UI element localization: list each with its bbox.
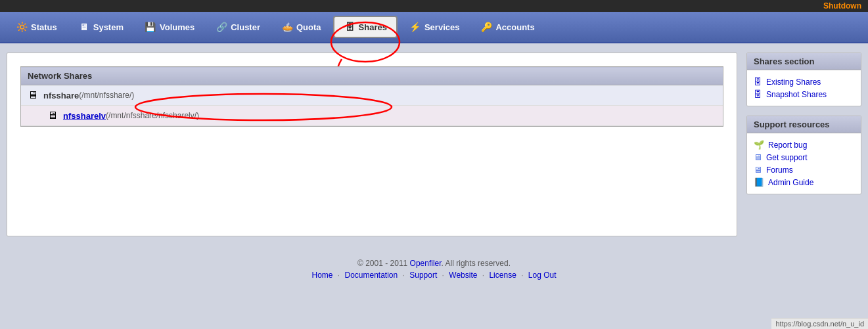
support-section-body: 🌱Report bug🖥Get support🖥Forums📘Admin Gui… xyxy=(747,133,861,194)
sidebar-link-existing-shares[interactable]: 🗄Existing Shares xyxy=(754,76,854,88)
footer-separator: · xyxy=(480,271,486,280)
content-area: Network Shares 🖥nfsshare (/mnt/nfsshare/… xyxy=(7,53,737,236)
network-shares-header: Network Shares xyxy=(21,67,723,85)
services-nav-label: Services xyxy=(424,22,460,32)
nfsshare-icon: 🖥 xyxy=(28,89,38,101)
footer-link-home[interactable]: Home xyxy=(311,271,332,280)
system-nav-icon: 🖥 xyxy=(78,21,90,33)
nfssharelv-name[interactable]: nfssharelv xyxy=(63,111,106,121)
report-bug-label: Report bug xyxy=(768,141,807,150)
support-section: Support resources 🌱Report bug🖥Get suppor… xyxy=(746,116,861,194)
nfsshare-path: (/mnt/nfsshare/) xyxy=(79,91,134,100)
nav-bar: 🔆Status🖥System💾Volumes🔗Cluster🥧Quota🗄Sha… xyxy=(0,12,868,43)
get-support-icon: 🖥 xyxy=(754,152,762,162)
snapshot-shares-label: Snapshot Shares xyxy=(766,90,827,99)
accounts-nav-icon: 🔑 xyxy=(480,21,492,33)
sidebar-link-snapshot-shares[interactable]: 🗄Snapshot Shares xyxy=(754,88,854,100)
sidebar-link-admin-guide[interactable]: 📘Admin Guide xyxy=(754,176,854,188)
main-layout: Network Shares 🖥nfsshare (/mnt/nfsshare/… xyxy=(0,43,868,246)
footer-copyright: © 2001 - 2011 Openfiler. All rights rese… xyxy=(7,259,861,268)
footer-links: Home · Documentation · Support · Website… xyxy=(7,271,861,280)
volumes-nav-icon: 💾 xyxy=(145,21,156,33)
footer-link-logout[interactable]: Log Out xyxy=(528,271,557,280)
admin-guide-label: Admin Guide xyxy=(768,178,813,187)
status-hint: https://blog.csdn.net/n_u_id xyxy=(771,318,868,329)
cluster-nav-label: Cluster xyxy=(231,22,260,32)
shares-nav-icon: 🗄 xyxy=(344,21,355,33)
footer-link-documentation[interactable]: Documentation xyxy=(345,271,398,280)
forums-icon: 🖥 xyxy=(754,165,762,175)
footer-openfiler-link[interactable]: Openfiler xyxy=(410,259,442,268)
network-shares-table: Network Shares 🖥nfsshare (/mnt/nfsshare/… xyxy=(20,66,723,127)
forums-label: Forums xyxy=(766,165,793,175)
shares-section: Shares section 🗄Existing Shares🗄Snapshot… xyxy=(746,53,861,106)
cluster-nav-icon: 🔗 xyxy=(216,21,227,33)
sidebar-link-report-bug[interactable]: 🌱Report bug xyxy=(754,139,854,151)
nav-item-cluster[interactable]: 🔗Cluster xyxy=(206,17,269,37)
nav-item-services[interactable]: ⚡Services xyxy=(400,17,469,37)
get-support-label: Get support xyxy=(766,153,808,162)
support-section-header: Support resources xyxy=(747,116,861,133)
footer-link-license[interactable]: License xyxy=(489,271,516,280)
shutdown-link[interactable]: Shutdown xyxy=(823,1,861,11)
sidebar: Shares section 🗄Existing Shares🗄Snapshot… xyxy=(746,53,861,204)
nfsshare-name: nfsshare xyxy=(43,91,79,100)
snapshot-shares-icon: 🗄 xyxy=(754,89,762,99)
top-bar: Shutdown xyxy=(0,0,868,12)
existing-shares-label: Existing Shares xyxy=(766,77,821,87)
nav-item-quota[interactable]: 🥧Quota xyxy=(272,17,331,37)
report-bug-icon: 🌱 xyxy=(754,140,764,150)
nav-item-volumes[interactable]: 💾Volumes xyxy=(135,17,204,37)
footer-link-website[interactable]: Website xyxy=(449,271,477,280)
shares-nav-label: Shares xyxy=(359,22,387,32)
sidebar-link-get-support[interactable]: 🖥Get support xyxy=(754,151,854,164)
nav-item-shares[interactable]: 🗄Shares xyxy=(333,16,398,38)
admin-guide-icon: 📘 xyxy=(754,177,764,187)
footer-separator: · xyxy=(400,271,407,280)
footer: © 2001 - 2011 Openfiler. All rights rese… xyxy=(0,246,868,286)
share-row-nfssharelv[interactable]: 🖥nfssharelv (/mnt/nfsshare/nfssharelv/) xyxy=(21,106,723,126)
accounts-nav-label: Accounts xyxy=(495,22,534,32)
footer-separator: · xyxy=(335,271,342,280)
share-row-nfsshare: 🖥nfsshare (/mnt/nfsshare/) xyxy=(21,85,723,106)
system-nav-label: System xyxy=(93,22,124,32)
status-nav-label: Status xyxy=(31,22,57,32)
nav-item-system[interactable]: 🖥System xyxy=(69,17,133,37)
services-nav-icon: ⚡ xyxy=(409,21,421,33)
footer-separator: · xyxy=(440,271,446,280)
nfssharelv-icon: 🖥 xyxy=(47,110,58,121)
shares-section-header: Shares section xyxy=(747,53,861,70)
footer-link-support[interactable]: Support xyxy=(409,271,437,280)
nfssharelv-path: (/mnt/nfsshare/nfssharelv/) xyxy=(106,111,199,120)
sidebar-link-forums[interactable]: 🖥Forums xyxy=(754,164,854,176)
nav-item-accounts[interactable]: 🔑Accounts xyxy=(471,17,543,37)
quota-nav-label: Quota xyxy=(296,22,321,32)
footer-separator: · xyxy=(519,271,526,280)
volumes-nav-label: Volumes xyxy=(160,22,194,32)
quota-nav-icon: 🥧 xyxy=(281,21,293,33)
nav-item-status[interactable]: 🔆Status xyxy=(7,17,66,37)
existing-shares-icon: 🗄 xyxy=(754,77,762,87)
nav-container: 🔆Status🖥System💾Volumes🔗Cluster🥧Quota🗄Sha… xyxy=(0,12,868,43)
status-nav-icon: 🔆 xyxy=(16,21,28,33)
shares-section-body: 🗄Existing Shares🗄Snapshot Shares xyxy=(747,70,861,106)
